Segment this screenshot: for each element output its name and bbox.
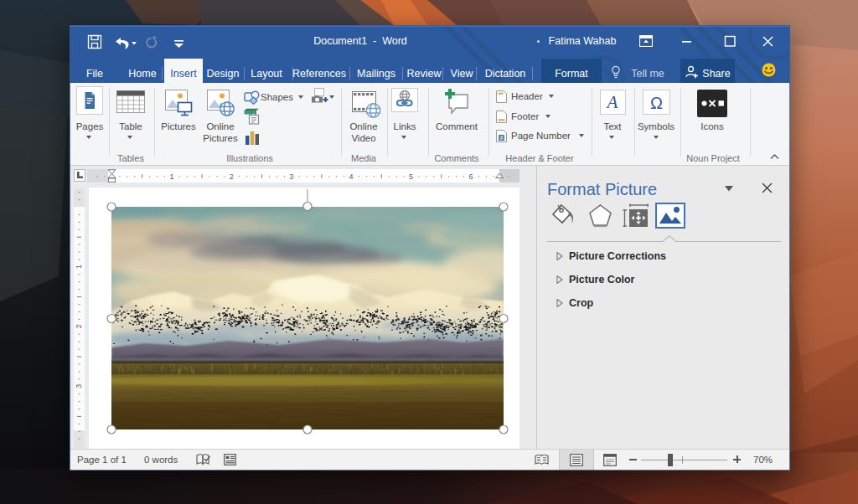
svg-text:1: 1	[75, 265, 84, 269]
svg-text:A: A	[606, 92, 618, 112]
svg-text:4: 4	[349, 172, 354, 181]
svg-text:2: 2	[75, 324, 84, 328]
svg-text:Ω: Ω	[650, 94, 663, 112]
svg-text:1: 1	[169, 172, 173, 181]
svg-text:3: 3	[289, 172, 293, 181]
svg-text:6: 6	[468, 172, 473, 181]
svg-text:5: 5	[409, 172, 413, 181]
svg-text:2: 2	[230, 172, 234, 181]
svg-text:#: #	[500, 135, 504, 141]
svg-text:3: 3	[75, 384, 84, 388]
